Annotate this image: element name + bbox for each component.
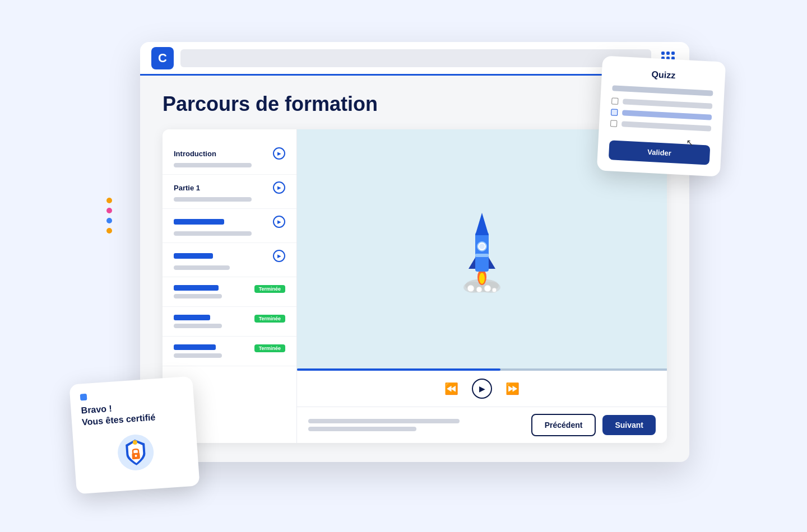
quizz-option-bar-3 <box>622 121 711 131</box>
quizz-title: Quizz <box>613 67 714 82</box>
certificate-card: Bravo !Vous êtes certifié <box>69 376 200 494</box>
sidebar-item-terminee-2-left <box>174 315 254 328</box>
cert-badge-svg <box>115 432 157 474</box>
quizz-option-bar-1 <box>623 99 712 109</box>
fin-right <box>489 258 495 269</box>
ball-4 <box>492 288 497 292</box>
sidebar-terminee-3-bar2 <box>174 353 222 358</box>
sidebar-item-partie1-sub <box>174 197 252 202</box>
sidebar-item-terminee-1-left <box>174 285 254 298</box>
sidebar-terminee-2-bar2 <box>174 324 222 328</box>
sidebar-item-4-sub <box>174 265 230 270</box>
app-logo: C <box>151 47 174 69</box>
sidebar-item-4[interactable]: ▶ <box>163 243 296 277</box>
sidebar-terminee-3-bar1 <box>174 344 216 350</box>
sidebar-item-partie1-label: Partie 1 <box>174 184 200 192</box>
quizz-card: Quizz ↖ Valider <box>597 55 726 176</box>
quizz-option-2[interactable] <box>611 109 712 120</box>
status-badge-terminee-3: Terminée <box>254 344 285 352</box>
bottom-progress <box>308 419 525 431</box>
rocket-illustration <box>448 204 516 294</box>
status-badge-terminee-2: Terminée <box>254 315 285 323</box>
deco-dot-yellow2 <box>106 228 112 234</box>
deco-dot-pink <box>106 208 112 213</box>
cert-dot <box>80 394 87 401</box>
sidebar-item-terminee-1[interactable]: Terminée <box>163 277 296 307</box>
play-button[interactable]: ▶ <box>472 379 492 399</box>
decorative-dots <box>106 193 112 238</box>
sidebar-item-3-bar <box>174 219 224 225</box>
ball-1 <box>467 285 474 292</box>
rocket-svg <box>448 204 516 294</box>
address-bar <box>180 49 651 67</box>
sidebar-item-terminee-2[interactable]: Terminée <box>163 307 296 337</box>
video-progress-bar[interactable] <box>297 368 667 371</box>
cert-title: Bravo !Vous êtes certifié <box>81 398 185 428</box>
sidebar-terminee-2-bar1 <box>174 315 210 320</box>
bottom-bar: Précédent Suivant <box>297 407 667 443</box>
play-icon-3[interactable]: ▶ <box>273 216 285 228</box>
play-icon-partie1[interactable]: ▶ <box>273 181 285 194</box>
sidebar-item-introduction[interactable]: Introduction ▶ <box>163 141 296 175</box>
course-container: Introduction ▶ Partie 1 ▶ <box>163 129 667 443</box>
rocket-stripe <box>475 254 489 257</box>
video-progress-fill <box>297 368 500 371</box>
deco-dot-blue <box>106 218 112 223</box>
sidebar-item-4-bar <box>174 253 213 259</box>
sidebar-item-terminee-3-left <box>174 344 254 358</box>
forward-button[interactable]: ⏩ <box>505 382 520 395</box>
sidebar-item-intro-sub <box>174 163 252 167</box>
validate-button[interactable]: Valider <box>609 140 711 165</box>
deco-dot-yellow <box>106 198 112 203</box>
rocket-tip <box>475 213 489 235</box>
quizz-option-1[interactable] <box>611 97 712 109</box>
fin-left <box>469 258 475 269</box>
quizz-option-3[interactable] <box>610 120 711 132</box>
page-title: Parcours de formation <box>163 92 667 116</box>
sidebar-item-3[interactable]: ▶ <box>163 209 296 243</box>
status-badge-terminee-1: Terminée <box>254 285 285 293</box>
cert-badge <box>115 432 157 474</box>
rocket-window-inner <box>479 244 485 249</box>
sidebar-item-introduction-label: Introduction <box>174 150 216 158</box>
previous-button[interactable]: Précédent <box>531 414 596 436</box>
video-controls: ⏪ ▶ ⏩ <box>297 371 667 407</box>
sidebar-item-3-sub <box>174 231 252 236</box>
play-icon-introduction[interactable]: ▶ <box>273 147 285 160</box>
quizz-option-bar-2 <box>622 110 712 120</box>
video-area: ⏪ ▶ ⏩ Précédent Suivant <box>297 129 667 443</box>
bottom-bar-line-narrow <box>308 427 416 431</box>
sidebar-item-partie1[interactable]: Partie 1 ▶ <box>163 175 296 209</box>
cursor-icon: ↖ <box>686 137 694 148</box>
quizz-question-bar <box>612 85 713 96</box>
quizz-checkbox-2[interactable] <box>611 109 618 116</box>
sidebar-terminee-1-bar1 <box>174 285 219 291</box>
rocket-body <box>475 232 489 272</box>
ball-2 <box>476 287 482 292</box>
quizz-checkbox-1[interactable] <box>611 97 619 105</box>
sidebar-item-terminee-3[interactable]: Terminée <box>163 337 296 366</box>
quizz-checkbox-3[interactable] <box>610 120 618 127</box>
rewind-button[interactable]: ⏪ <box>444 382 458 395</box>
next-button[interactable]: Suivant <box>602 415 656 435</box>
ball-3 <box>484 285 491 292</box>
bottom-bar-line-wide <box>308 419 460 423</box>
flame-inner <box>479 273 485 284</box>
sidebar-terminee-1-bar2 <box>174 294 222 298</box>
play-icon-4[interactable]: ▶ <box>273 250 285 262</box>
